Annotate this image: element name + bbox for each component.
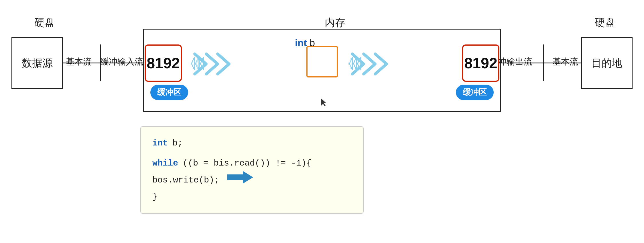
chevrons-right [346,51,455,77]
svg-marker-1 [321,98,326,106]
cursor [321,98,326,106]
bubble-left: 缓冲区 [150,85,188,100]
bubble-right: 缓冲区 [456,85,494,100]
code-line-1: int b; [152,135,352,151]
code-line-3: bos.write(b); [152,171,352,189]
datasource-label: 数据源 [22,56,53,70]
svg-marker-0 [227,171,253,184]
buffer-right: 8192 [462,44,499,82]
label-memory: 内存 [263,16,407,30]
var-box [306,46,338,77]
label-basic-flow-left: 基本流 [66,56,92,68]
box-datasource: 数据源 [11,37,63,89]
diagram-area: 硬盘 内存 硬盘 数据源 目的地 基本流 缓冲输入流 缓冲输出流 基本流 int… [0,0,644,243]
buffer-left: 8192 [145,44,182,82]
buffer-left-value: 8192 [147,55,180,72]
chevrons-left [189,51,298,77]
destination-label: 目的地 [591,56,622,70]
label-harddisk-right: 硬盘 [595,16,615,30]
label-harddisk-left: 硬盘 [34,16,55,30]
bubble-right-label: 缓冲区 [463,88,487,97]
label-basic-flow-right: 基本流 [552,56,578,68]
bubble-left-label: 缓冲区 [157,88,181,97]
code-line-4: } [152,189,352,205]
code-line-2: while((b = bis.read()) != -1){ [152,155,352,171]
box-destination: 目的地 [581,37,633,89]
buffer-right-value: 8192 [464,55,497,72]
label-buffer-input: 缓冲输入流 [100,56,143,68]
code-box: int b; while((b = bis.read()) != -1){ bo… [140,126,364,214]
